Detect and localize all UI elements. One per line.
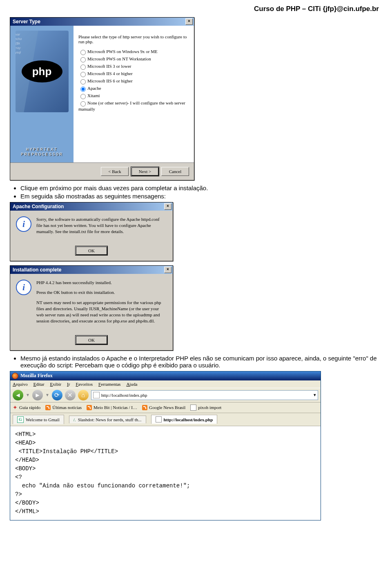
- server-type-option[interactable]: Xitami: [78, 93, 189, 99]
- server-type-option[interactable]: Microsoft PWS on NT Workstation: [78, 56, 189, 62]
- back-button[interactable]: < Back: [101, 167, 129, 176]
- rss-icon: [87, 405, 92, 410]
- menu-item[interactable]: Favoritos: [76, 382, 93, 387]
- page-icon: [156, 416, 162, 422]
- menubar[interactable]: ArquivoEditarExibirIrFavoritosFerramenta…: [10, 380, 321, 388]
- back-icon[interactable]: ◄: [13, 390, 23, 400]
- server-type-option[interactable]: Microsoft IIS 6 or higher: [78, 78, 189, 84]
- info-icon: i: [16, 280, 31, 295]
- tab-localhost[interactable]: http://localhost/index.php: [151, 415, 218, 424]
- server-type-option[interactable]: Microsoft IIS 4 or higher: [78, 71, 189, 77]
- page-source: <HTML> <HEAD> <TITLE>Instalação PHP</TIT…: [10, 426, 321, 520]
- bullet-next-steps: Clique em próximo por mais duas vezes pa…: [20, 185, 382, 191]
- rss-icon: [45, 405, 51, 410]
- address-bar[interactable]: http://localhost/index.php ▾: [91, 390, 318, 400]
- stop-icon: ✕: [65, 390, 76, 400]
- next-button[interactable]: Next >: [131, 167, 159, 176]
- wizard-title: Server Type: [13, 19, 185, 24]
- page-icon: [190, 405, 196, 411]
- dialog-title: Installation complete: [13, 267, 164, 273]
- dropdown-icon[interactable]: ▼: [45, 393, 49, 397]
- home-icon[interactable]: ⌂: [78, 390, 89, 400]
- page-icon: [93, 392, 100, 398]
- php-logo-text: php: [22, 60, 62, 82]
- wizard-titlebar: Server Type ×: [10, 18, 194, 26]
- menu-item[interactable]: Ferramentas: [98, 382, 120, 387]
- menu-item[interactable]: Editar: [33, 382, 45, 387]
- menu-item[interactable]: Ajuda: [126, 382, 137, 387]
- dialog-p3: NT users may need to set appropriate per…: [36, 300, 165, 324]
- page-header: Curso de PHP – CITi {jfp}@cin.ufpe.br: [10, 5, 379, 13]
- wizard-window: Server Type × varechoif($karraymysql php…: [10, 17, 194, 180]
- dialog-text: Sorry, the software to automatically con…: [36, 216, 165, 235]
- firefox-titlebar: Mozilla Firefox: [10, 371, 321, 380]
- address-text: http://localhost/index.php: [101, 393, 147, 398]
- rss-icon: [142, 405, 147, 410]
- firefox-window: Mozilla Firefox ArquivoEditarExibirIrFav…: [10, 371, 321, 520]
- toolbar: ◄ ▼ ► ▼ ⟳ ✕ ⌂ http://localhost/index.php…: [10, 388, 321, 402]
- forward-icon: ►: [32, 390, 43, 400]
- php-tagline: HYPERTEXT PREPROCESSOR: [21, 147, 63, 162]
- firefox-title-text: Mozilla Firefox: [20, 373, 53, 379]
- bookmark-ultimas[interactable]: Últimas notícias: [45, 405, 82, 410]
- bookmark-pixoh[interactable]: pixoh import: [190, 405, 221, 411]
- bullet-messages: Em seguida são mostradas as seguintes me…: [20, 193, 382, 200]
- dialog-p2: Press the OK button to exit this install…: [36, 289, 165, 296]
- dropdown-icon[interactable]: ▼: [26, 393, 30, 397]
- bookmarks-bar: ✦Guia rápido Últimas notícias Meio Bit |…: [10, 402, 321, 413]
- ok-button[interactable]: OK: [76, 336, 107, 345]
- tabs-bar: GWelcome to Gmail /.Slashdot: News for n…: [10, 413, 321, 426]
- tab-slashdot[interactable]: /.Slashdot: News for nerds, stuff th...: [69, 416, 146, 423]
- menu-item[interactable]: Exibir: [50, 382, 62, 387]
- server-type-option[interactable]: Microsoft IIS 3 or lower: [78, 63, 189, 70]
- close-icon[interactable]: ×: [185, 18, 193, 25]
- server-type-option[interactable]: Apache: [78, 85, 189, 92]
- star-icon: ✦: [13, 404, 18, 411]
- wizard-intro: Please select the type of http server yo…: [78, 34, 189, 44]
- tab-gmail[interactable]: GWelcome to Gmail: [13, 415, 64, 424]
- bookmark-guia[interactable]: ✦Guia rápido: [13, 404, 40, 411]
- server-type-option[interactable]: None (or other server)- I will configure…: [78, 100, 189, 111]
- install-complete-dialog: Installation complete × i PHP 4.4.2 has …: [10, 265, 173, 351]
- gmail-icon: G: [17, 416, 24, 423]
- reload-icon[interactable]: ⟳: [52, 390, 62, 400]
- menu-item[interactable]: Ir: [67, 382, 70, 387]
- wizard-footer: < Back Next > Cancel: [10, 162, 194, 180]
- dialog-title: Apache Configuration: [13, 204, 164, 209]
- close-icon[interactable]: ×: [164, 267, 172, 273]
- ok-button[interactable]: OK: [76, 246, 107, 255]
- server-type-radios: Microsoft PWS on Windows 9x or MEMicroso…: [78, 49, 189, 111]
- apache-config-dialog: Apache Configuration × i Sorry, the soft…: [10, 202, 173, 261]
- cancel-button[interactable]: Cancel: [161, 167, 189, 176]
- info-icon: i: [16, 216, 31, 232]
- bookmark-meio[interactable]: Meio Bit | Noticias / I…: [87, 405, 137, 410]
- close-icon[interactable]: ×: [164, 203, 172, 210]
- php-logo: varechoif($karraymysql php: [16, 31, 69, 112]
- dialog-p1: PHP 4.4.2 has been successfully installe…: [36, 280, 165, 286]
- firefox-icon: [12, 373, 18, 379]
- bookmark-google[interactable]: Google News Brasil: [142, 405, 185, 410]
- menu-item[interactable]: Arquivo: [13, 382, 28, 387]
- bullet-error-note: Mesmo já estando instalados o Apache e o…: [20, 355, 382, 369]
- server-type-option[interactable]: Microsoft PWS on Windows 9x or ME: [78, 49, 189, 55]
- wizard-sidebar: varechoif($karraymysql php HYPERTEXT PRE…: [10, 26, 74, 162]
